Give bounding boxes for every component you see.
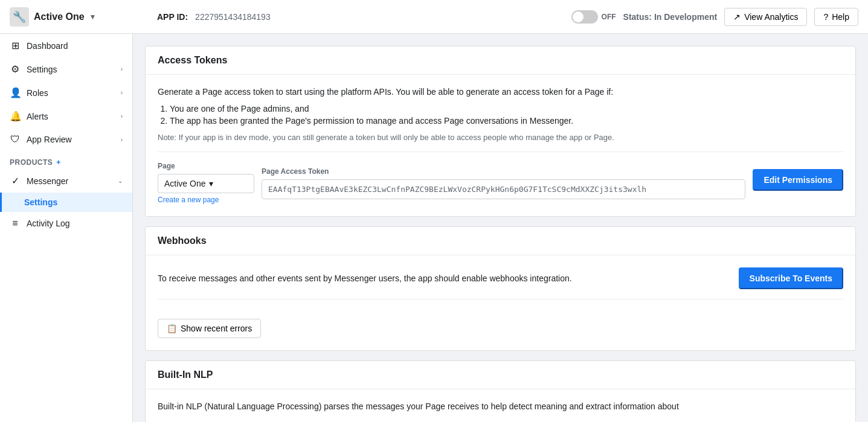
sidebar-item-messenger-settings[interactable]: Settings xyxy=(0,193,132,212)
toggle-knob xyxy=(573,11,583,22)
products-section-label: PRODUCTS + xyxy=(0,151,132,169)
nlp-title: Built-In NLP xyxy=(158,369,213,380)
chevron-down-icon: ⌄ xyxy=(118,177,123,184)
sidebar-messenger-label: Messenger xyxy=(27,176,68,186)
add-product-icon[interactable]: + xyxy=(56,158,61,167)
page-col-label: Page xyxy=(158,162,254,170)
app-id-label: APP ID: xyxy=(157,12,188,22)
sidebar-item-label: Alerts xyxy=(27,112,48,121)
messenger-icon: ✓ xyxy=(10,175,21,187)
sidebar-item-label: Dashboard xyxy=(27,41,68,51)
sidebar: ⊞ Dashboard ⚙ Settings › 👤 Roles › 🔔 Ale… xyxy=(0,34,133,422)
app-icon: 🔧 xyxy=(10,7,29,27)
webhooks-description: To receive messages and other events sen… xyxy=(158,273,739,283)
sidebar-item-alerts[interactable]: 🔔 Alerts › xyxy=(0,104,132,128)
condition-2: The app has been granted the Page's perm… xyxy=(170,116,843,126)
webhooks-header: Webhooks xyxy=(146,227,855,255)
alerts-icon: 🔔 xyxy=(10,110,21,122)
show-recent-errors-button[interactable]: 📋 Show recent errors xyxy=(158,319,261,338)
token-input[interactable] xyxy=(262,179,745,199)
chevron-right-icon: › xyxy=(121,66,123,72)
page-select-name: Active One xyxy=(164,179,205,188)
webhooks-card: Webhooks To receive messages and other e… xyxy=(145,226,856,351)
nlp-description: Built-in NLP (Natural Language Processin… xyxy=(158,401,843,411)
topbar: 🔧 Active One ▼ APP ID: 2227951434184193 … xyxy=(0,0,868,34)
topbar-left: 🔧 Active One ▼ xyxy=(10,7,143,27)
analytics-icon: ↗ xyxy=(733,12,741,22)
main-content: Access Tokens Generate a Page access tok… xyxy=(133,34,868,422)
sidebar-item-settings[interactable]: ⚙ Settings › xyxy=(0,57,132,81)
access-tokens-body: Generate a Page access token to start us… xyxy=(146,75,855,216)
sidebar-item-roles[interactable]: 👤 Roles › xyxy=(0,81,132,104)
recent-errors-section: 📋 Show recent errors xyxy=(158,299,843,338)
sidebar-item-dashboard[interactable]: ⊞ Dashboard xyxy=(0,34,132,57)
sidebar-item-activity-log[interactable]: ≡ Activity Log xyxy=(0,212,132,235)
help-button[interactable]: ? Help xyxy=(814,8,858,26)
subscribe-to-events-button[interactable]: Subscribe To Events xyxy=(739,267,843,289)
analytics-label: View Analytics xyxy=(744,12,798,22)
topbar-center: APP ID: 2227951434184193 xyxy=(143,12,571,22)
nlp-body: Built-in NLP (Natural Language Processin… xyxy=(146,389,855,422)
app-id-value: 2227951434184193 xyxy=(195,12,271,22)
page-select-wrap: Page Active One ▾ Create a new page xyxy=(158,162,254,204)
app-name: Active One xyxy=(34,11,85,22)
webhooks-content: To receive messages and other events sen… xyxy=(158,267,843,289)
sidebar-item-label: Settings xyxy=(27,65,57,74)
live-toggle[interactable] xyxy=(571,10,598,24)
layout: ⊞ Dashboard ⚙ Settings › 👤 Roles › 🔔 Ale… xyxy=(0,34,868,422)
settings-icon: ⚙ xyxy=(10,63,21,75)
access-tokens-description: Generate a Page access token to start us… xyxy=(158,87,843,97)
token-col-label: Page Access Token xyxy=(262,167,745,176)
status-label: Status: xyxy=(623,12,652,22)
access-tokens-conditions: You are one of the Page admins, and The … xyxy=(170,104,843,126)
help-icon: ? xyxy=(823,12,828,22)
toggle-wrap: OFF xyxy=(571,10,616,24)
activity-log-icon: ≡ xyxy=(10,218,21,229)
page-chevron-icon: ▾ xyxy=(209,179,213,188)
sidebar-item-messenger[interactable]: ✓ Messenger ⌄ xyxy=(0,169,132,193)
chevron-right-icon: › xyxy=(121,89,123,96)
sidebar-item-label: Roles xyxy=(27,88,48,98)
dashboard-icon: ⊞ xyxy=(10,40,21,51)
recent-errors-icon: 📋 xyxy=(167,324,177,333)
chevron-right-icon: › xyxy=(121,136,123,143)
sidebar-item-label: Activity Log xyxy=(27,219,70,228)
status-text: Status: In Development xyxy=(623,12,718,22)
help-label: Help xyxy=(832,12,849,22)
access-tokens-title: Access Tokens xyxy=(158,55,227,65)
create-new-page-link[interactable]: Create a new page xyxy=(158,196,254,204)
nlp-header: Built-In NLP xyxy=(146,361,855,389)
toggle-label: OFF xyxy=(602,13,616,21)
page-select-dropdown[interactable]: Active One ▾ xyxy=(158,174,254,193)
app-review-icon: 🛡 xyxy=(10,134,21,145)
token-row: Page Active One ▾ Create a new page Page… xyxy=(158,152,843,204)
roles-icon: 👤 xyxy=(10,87,21,98)
webhooks-title: Webhooks xyxy=(158,235,207,246)
sidebar-item-app-review[interactable]: 🛡 App Review › xyxy=(0,128,132,151)
token-input-wrap: Page Access Token xyxy=(262,167,745,199)
edit-permissions-button[interactable]: Edit Permissions xyxy=(753,169,843,191)
access-tokens-card: Access Tokens Generate a Page access tok… xyxy=(145,46,856,217)
app-dropdown-icon[interactable]: ▼ xyxy=(89,13,97,21)
view-analytics-button[interactable]: ↗ View Analytics xyxy=(724,8,807,26)
access-tokens-note: Note: If your app is in dev mode, you ca… xyxy=(158,133,843,142)
access-tokens-header: Access Tokens xyxy=(146,46,855,75)
chevron-right-icon: › xyxy=(121,113,123,120)
webhooks-body: To receive messages and other events sen… xyxy=(146,255,855,350)
built-in-nlp-card: Built-In NLP Built-in NLP (Natural Langu… xyxy=(145,360,856,422)
condition-1: You are one of the Page admins, and xyxy=(170,104,843,113)
recent-errors-label: Show recent errors xyxy=(181,324,252,333)
sidebar-item-label: App Review xyxy=(27,135,72,144)
topbar-right: OFF Status: In Development ↗ View Analyt… xyxy=(571,8,858,26)
sidebar-sub-item-label: Settings xyxy=(24,197,57,207)
edit-permissions-wrap: Edit Permissions xyxy=(753,169,843,204)
status-value: In Development xyxy=(654,12,717,22)
